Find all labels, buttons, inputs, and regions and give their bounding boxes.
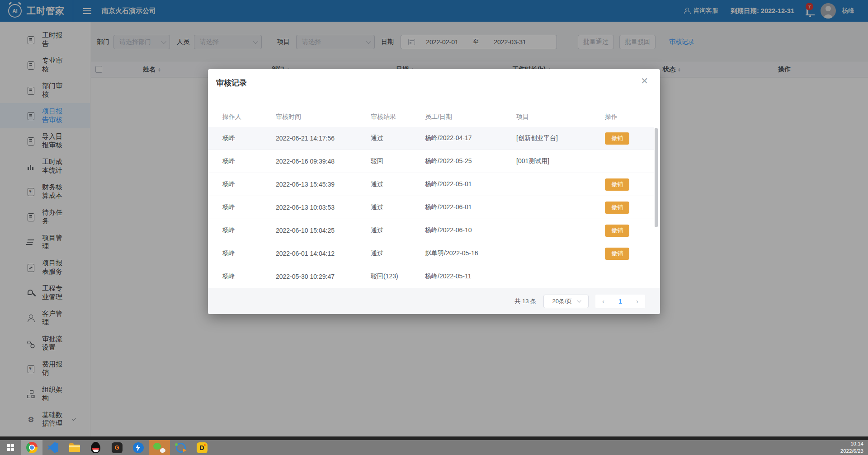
table-row: 杨峰 2022-06-21 14:17:56 通过 杨峰/2022-04-17 …	[208, 127, 654, 150]
cell-time: 2022-06-21 14:17:56	[276, 135, 371, 142]
col-operator: 操作人	[222, 113, 276, 121]
clock-date: 2022/6/23	[840, 448, 863, 455]
modal-pagination: 共 13 条 20条/页 ‹ 1 ›	[208, 288, 660, 314]
cell-operator: 杨峰	[222, 134, 276, 142]
cell-operator: 杨峰	[222, 272, 276, 281]
cell-time: 2022-05-30 10:29:47	[276, 273, 371, 280]
cell-employee: 赵单羽/2022-05-16	[425, 249, 516, 258]
cell-action: 撤销	[605, 248, 654, 260]
taskbar-app[interactable]	[64, 440, 85, 455]
taskbar-app-icon	[112, 442, 123, 453]
taskbar-app-icon	[48, 442, 58, 453]
cell-action: 撤销	[605, 155, 654, 168]
cell-project: [创新创业平台]	[516, 134, 605, 142]
col-result: 审核结果	[371, 113, 425, 121]
page-size-select[interactable]: 20条/页	[543, 295, 589, 308]
taskbar-app[interactable]	[85, 440, 106, 455]
col-project: 项目	[516, 113, 605, 121]
screen: AI 工时管家 南京火石演示公司 咨询客服 到期日期: 2022-12-31 7…	[0, 0, 868, 455]
cell-employee: 杨峰/2022-05-01	[425, 180, 516, 188]
cell-project: [001测试用]	[516, 157, 605, 165]
revoke-button[interactable]: 撤销	[605, 248, 629, 260]
cell-time: 2022-06-13 15:45:39	[276, 181, 371, 188]
table-row: 杨峰 2022-06-13 15:45:39 通过 杨峰/2022-05-01 …	[208, 173, 654, 196]
cell-time: 2022-06-13 10:03:53	[276, 204, 371, 211]
revoke-button[interactable]: 撤销	[605, 202, 629, 214]
cell-result: 通过	[371, 226, 425, 235]
cell-employee: 杨峰/2022-05-11	[425, 272, 516, 281]
modal-scrollbar[interactable]	[655, 128, 658, 227]
cell-action: 撤销	[605, 225, 654, 237]
taskbar-app[interactable]	[149, 440, 170, 455]
cell-time: 2022-06-10 15:04:25	[276, 227, 371, 234]
pager: ‹ 1 ›	[595, 295, 645, 308]
next-page-button[interactable]: ›	[629, 297, 645, 305]
cell-employee: 杨峰/2022-04-17	[425, 134, 516, 142]
cell-operator: 杨峰	[222, 226, 276, 235]
taskbar-app[interactable]	[21, 440, 42, 455]
col-action: 操作	[605, 113, 654, 121]
taskbar-clock[interactable]: 10:14 2022/6/23	[840, 440, 868, 455]
taskbar-app-icon	[197, 442, 208, 453]
modal-table-header: 操作人 审核时间 审核结果 员工/日期 项目 操作	[208, 109, 654, 125]
cell-time: 2022-06-01 14:04:12	[276, 250, 371, 257]
taskbar-app[interactable]	[42, 440, 64, 455]
cell-result: 通过	[371, 249, 425, 258]
cell-employee: 杨峰/2022-06-10	[425, 226, 516, 235]
cell-operator: 杨峰	[222, 203, 276, 211]
taskbar-app-icon	[7, 444, 14, 451]
cell-result: 通过	[371, 203, 425, 211]
taskbar-app[interactable]	[106, 440, 127, 455]
taskbar-app-icon	[133, 442, 144, 453]
table-row: 杨峰 2022-06-13 10:03:53 通过 杨峰/2022-06-01 …	[208, 196, 654, 219]
taskbar-app-icon	[91, 442, 100, 453]
cell-action: 撤销	[605, 178, 654, 191]
cell-operator: 杨峰	[222, 249, 276, 258]
table-row: 杨峰 2022-05-30 10:29:47 驳回(123) 杨峰/2022-0…	[208, 265, 654, 288]
modal-title: 审核记录	[216, 78, 247, 88]
cell-employee: 杨峰/2022-05-25	[425, 157, 516, 165]
page-size-value: 20条/页	[552, 297, 572, 305]
cell-action: 撤销	[605, 132, 654, 145]
cell-time: 2022-06-16 09:39:48	[276, 158, 371, 165]
prev-page-button[interactable]: ‹	[595, 297, 611, 305]
clock-time: 10:14	[840, 441, 863, 448]
taskbar-app-icon	[26, 442, 38, 453]
table-row: 杨峰 2022-06-16 09:39:48 驳回 杨峰/2022-05-25 …	[208, 150, 654, 173]
cell-result: 通过	[371, 180, 425, 188]
col-time: 审核时间	[276, 113, 371, 121]
audit-record-modal: 审核记录 ✕ 操作人 审核时间 审核结果 员工/日期 项目 操作 杨峰 2022…	[208, 69, 660, 314]
cell-result: 驳回(123)	[371, 272, 425, 281]
cell-operator: 杨峰	[222, 157, 276, 165]
window-bottom-edge	[0, 436, 868, 440]
cell-result: 驳回	[371, 157, 425, 165]
taskbar-app[interactable]	[127, 440, 149, 455]
cell-action: 撤销	[605, 271, 654, 283]
taskbar-app[interactable]	[0, 440, 21, 455]
revoke-button[interactable]: 撤销	[605, 178, 629, 191]
taskbar-app-icon	[176, 443, 186, 453]
close-icon[interactable]: ✕	[641, 76, 648, 85]
modal-table-body: 杨峰 2022-06-21 14:17:56 通过 杨峰/2022-04-17 …	[208, 127, 654, 288]
revoke-button[interactable]: 撤销	[605, 132, 629, 145]
taskbar-app[interactable]	[191, 440, 212, 455]
cell-operator: 杨峰	[222, 180, 276, 188]
current-page[interactable]: 1	[611, 298, 629, 305]
cell-result: 通过	[371, 134, 425, 142]
table-row: 杨峰 2022-06-10 15:04:25 通过 杨峰/2022-06-10 …	[208, 219, 654, 242]
table-row: 杨峰 2022-06-01 14:04:12 通过 赵单羽/2022-05-16…	[208, 242, 654, 265]
windows-taskbar: 10:14 2022/6/23	[0, 440, 868, 455]
cell-employee: 杨峰/2022-06-01	[425, 203, 516, 211]
revoke-button[interactable]: 撤销	[605, 225, 629, 237]
chevron-down-icon	[576, 298, 581, 303]
col-employee: 员工/日期	[425, 113, 516, 121]
total-count: 共 13 条	[514, 297, 536, 305]
taskbar-app-icon	[153, 443, 165, 453]
taskbar-app-icon	[69, 445, 80, 452]
cell-action: 撤销	[605, 202, 654, 214]
taskbar-app[interactable]	[170, 440, 191, 455]
